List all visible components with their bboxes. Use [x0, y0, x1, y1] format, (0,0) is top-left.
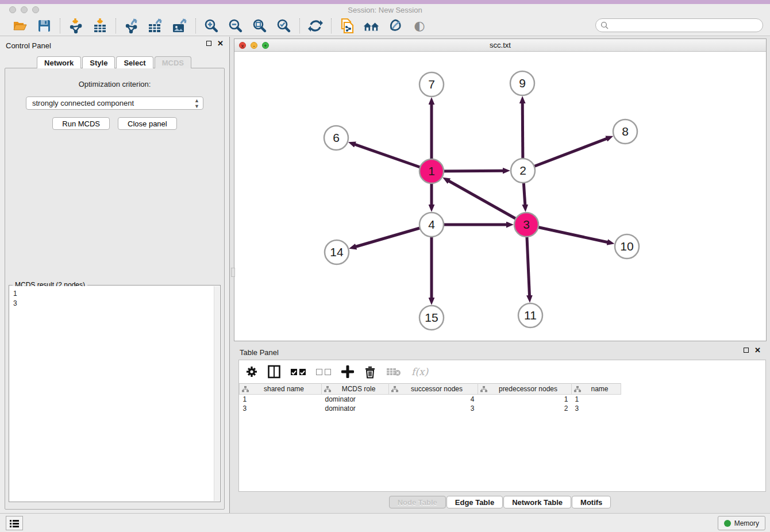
column-view-icon[interactable]	[268, 364, 280, 379]
export-table-icon[interactable]	[147, 18, 164, 34]
graph-node-4[interactable]	[419, 213, 444, 237]
memory-label: Memory	[734, 519, 759, 527]
network-window-title: scc.txt	[234, 41, 766, 49]
table-cell[interactable]: 3	[572, 404, 621, 413]
network-window-titlebar[interactable]: x - + scc.txt	[234, 39, 766, 52]
clone-network-icon[interactable]	[338, 18, 356, 34]
column-type-icon	[324, 386, 331, 392]
column-header[interactable]: shared name	[240, 384, 322, 395]
table-cell[interactable]: 4	[389, 395, 478, 404]
control-panel-tabs: Network Style Select MCDS	[0, 56, 229, 68]
tab-edge-table[interactable]: Edge Table	[446, 496, 503, 508]
node-table: shared nameMCDS rolesuccessor nodesprede…	[239, 383, 621, 413]
unselect-all-icon[interactable]	[316, 364, 331, 379]
network-canvas[interactable]: 7968124314101511	[234, 52, 766, 341]
export-network-icon[interactable]	[123, 18, 140, 34]
style-preview-icon[interactable]	[387, 18, 404, 34]
search-field[interactable]	[595, 18, 763, 32]
import-table-icon[interactable]	[91, 18, 109, 34]
network-view-window: x - + scc.txt 7968124314101511	[234, 38, 767, 341]
graph-node-3[interactable]	[514, 213, 538, 237]
column-header[interactable]: successor nodes	[389, 384, 478, 395]
mcds-result-text[interactable]: 13	[10, 286, 214, 501]
tab-network-table[interactable]: Network Table	[503, 496, 571, 508]
control-panel-title: Control Panel	[6, 41, 51, 50]
open-file-icon[interactable]	[11, 18, 29, 34]
memory-status-icon	[724, 520, 731, 527]
import-network-icon[interactable]	[67, 18, 84, 34]
graph-node-7[interactable]	[419, 72, 444, 97]
save-session-icon[interactable]	[36, 18, 53, 34]
gear-icon[interactable]	[246, 364, 257, 379]
search-icon	[600, 21, 609, 30]
table-cell[interactable]: 2	[478, 404, 572, 413]
node-table-header-row: shared nameMCDS rolesuccessor nodesprede…	[240, 384, 621, 395]
table-cell[interactable]: 1	[572, 395, 621, 404]
vertical-splitter-handle[interactable]	[231, 268, 235, 277]
graph-edge-2-8[interactable]	[523, 138, 607, 171]
column-header[interactable]: name	[572, 384, 621, 395]
tab-motifs[interactable]: Motifs	[572, 496, 611, 508]
column-type-icon	[242, 386, 249, 392]
float-table-panel-icon[interactable]	[744, 348, 749, 353]
graph-node-6[interactable]	[324, 126, 348, 150]
tab-select[interactable]: Select	[116, 56, 153, 68]
table-row[interactable]: 3dominator323	[240, 404, 621, 413]
zoom-in-icon[interactable]	[203, 18, 220, 34]
column-header[interactable]: predecessor nodes	[478, 384, 572, 395]
run-mcds-button[interactable]: Run MCDS	[52, 117, 110, 130]
refresh-layout-icon[interactable]	[307, 18, 324, 34]
table-cell[interactable]: 3	[240, 404, 322, 413]
float-panel-icon[interactable]	[206, 41, 211, 46]
optimization-criterion-label: Optimization criterion:	[5, 80, 224, 88]
zoom-fit-icon[interactable]	[251, 18, 268, 34]
graph-node-8[interactable]	[613, 119, 637, 144]
table-panel-header: Table Panel ✕	[230, 344, 770, 358]
memory-button[interactable]: Memory	[718, 516, 765, 530]
network-canvas-svg: 7968124314101511	[234, 52, 766, 341]
graph-node-14[interactable]	[325, 240, 349, 264]
tab-network[interactable]: Network	[37, 56, 81, 68]
table-cell[interactable]: 3	[389, 404, 478, 413]
graph-node-9[interactable]	[510, 71, 534, 95]
tab-style[interactable]: Style	[82, 56, 115, 68]
column-type-icon	[391, 386, 398, 392]
tab-node-table[interactable]: Node Table	[389, 496, 446, 508]
column-type-icon	[480, 386, 487, 392]
graph-node-2[interactable]	[511, 159, 535, 183]
title-bar: Session: New Session	[0, 4, 770, 16]
close-table-panel-icon[interactable]: ✕	[754, 348, 761, 353]
delete-column-icon[interactable]	[364, 364, 376, 379]
table-cell[interactable]: dominator	[322, 395, 389, 404]
select-all-icon[interactable]	[291, 364, 306, 379]
search-input[interactable]	[609, 21, 753, 29]
graph-node-11[interactable]	[518, 303, 542, 327]
column-type-icon	[574, 386, 581, 392]
graph-edge-3-1[interactable]	[449, 181, 526, 225]
column-header[interactable]: MCDS role	[322, 384, 389, 395]
table-cell[interactable]: 1	[478, 395, 572, 404]
criterion-select[interactable]: strongly connected component ▲▼	[26, 97, 203, 110]
table-row[interactable]: 1dominator411	[240, 395, 621, 404]
half-circle-glyph: ◐	[414, 20, 425, 32]
add-column-icon[interactable]	[341, 364, 354, 379]
export-image-icon[interactable]	[171, 18, 188, 34]
table-cell[interactable]: dominator	[322, 404, 389, 413]
zoom-selected-icon[interactable]	[275, 18, 292, 34]
mcds-result-box: MCDS result (2 nodes) 13	[9, 285, 221, 502]
table-cell[interactable]: 1	[240, 395, 322, 404]
graph-node-15[interactable]	[419, 306, 444, 330]
close-panel-icon[interactable]: ✕	[217, 41, 224, 46]
task-history-button[interactable]	[6, 516, 23, 530]
home-panels-icon[interactable]	[363, 18, 380, 34]
graph-node-1[interactable]	[419, 159, 444, 183]
zoom-out-icon[interactable]	[227, 18, 244, 34]
result-scrollbar[interactable]	[214, 286, 220, 501]
table-toolbar: f(x)	[239, 360, 765, 383]
close-panel-button[interactable]: Close panel	[118, 117, 177, 130]
graph-node-10[interactable]	[615, 234, 639, 259]
main-toolbar: ◐	[0, 16, 770, 36]
tab-mcds[interactable]: MCDS	[155, 56, 191, 68]
table-panel: Table Panel ✕	[230, 344, 770, 513]
criterion-value: strongly connected component	[32, 99, 134, 107]
